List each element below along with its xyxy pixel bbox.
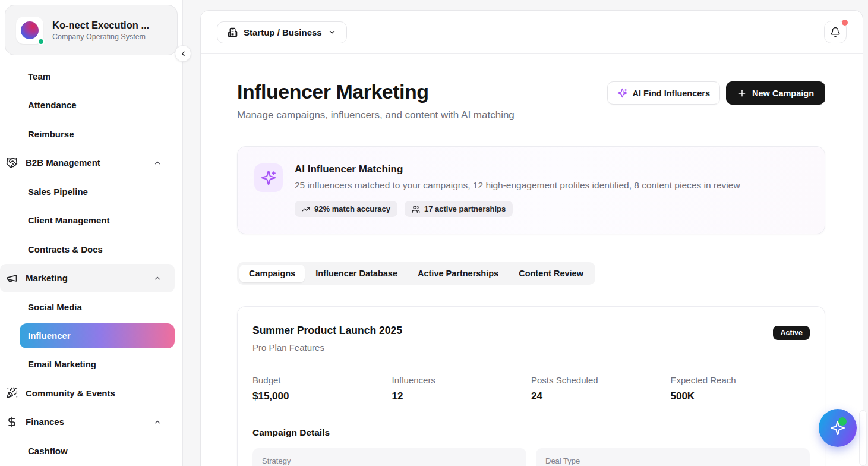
tab-campaigns[interactable]: Campaigns [239, 265, 305, 282]
building-icon [228, 27, 238, 37]
app-title: Ko-nect Execution ... [52, 20, 149, 31]
ai-find-influencers-label: AI Find Influencers [633, 89, 711, 98]
ai-card-badges: 92% match accuracy 17 active partnership… [295, 201, 740, 217]
detail-label: Deal Type [545, 456, 800, 465]
sidebar-section-community-events[interactable]: Community & Events [0, 379, 175, 408]
match-accuracy-badge: 92% match accuracy [295, 201, 397, 217]
sidebar-item-cashflow[interactable]: Cashflow [0, 436, 182, 465]
sidebar-item-label: Email Marketing [28, 359, 96, 369]
logo-gradient-blob [21, 21, 39, 39]
app-subtitle: Company Operating System [52, 33, 149, 41]
sidebar-item-label: Contracts & Docs [28, 244, 103, 254]
sidebar-section-marketing[interactable]: Marketing [0, 264, 175, 293]
workspace-selector[interactable]: Startup / Business [217, 21, 347, 43]
stat-value: 12 [392, 391, 532, 402]
sidebar: Ko-nect Execution ... Company Operating … [0, 0, 183, 466]
workspace-label: Startup / Business [244, 27, 322, 37]
sidebar-item-label: Influencer [28, 330, 71, 341]
sidebar-item-contracts-docs[interactable]: Contracts & Docs [0, 235, 182, 264]
sidebar-item-label: Reimburse [28, 129, 74, 139]
trending-up-icon [302, 205, 310, 213]
chevron-left-icon [179, 50, 187, 58]
campaign-stats: Budget $15,000 Influencers 12 Posts Sche… [252, 375, 810, 402]
notifications-button[interactable] [824, 21, 847, 43]
sidebar-item-label: Marketing [26, 273, 68, 283]
online-status-dot [37, 38, 45, 45]
handshake-icon [6, 157, 18, 169]
campaign-header: Summer Product Launch 2025 Pro Plan Feat… [252, 325, 810, 352]
stat-label: Expected Reach [671, 375, 810, 385]
stat-budget: Budget $15,000 [252, 375, 392, 402]
sidebar-section-finances[interactable]: Finances [0, 408, 175, 437]
sidebar-item-social-media[interactable]: Social Media [0, 292, 182, 322]
badge-label: 17 active partnerships [424, 204, 506, 213]
sidebar-item-influencer-selected[interactable]: Influencer [20, 323, 175, 348]
ai-card-description: 25 influencers matched to your campaigns… [295, 180, 740, 191]
detail-label: Strategy [262, 456, 517, 465]
detail-strategy: Strategy Micro-influencer outreach [252, 448, 526, 466]
sidebar-item-label: B2B Management [26, 158, 100, 168]
workspace-logo-card[interactable]: Ko-nect Execution ... Company Operating … [5, 5, 178, 55]
sidebar-nav: Team Attendance Reimburse B2B Management… [0, 60, 182, 465]
topbar: Startup / Business [201, 11, 863, 54]
sidebar-item-label: Sales Pipeline [28, 187, 88, 197]
stat-posts-scheduled: Posts Scheduled 24 [531, 375, 671, 402]
sidebar-item-label: Community & Events [26, 388, 115, 398]
sidebar-item-label: Attendance [28, 100, 77, 110]
stat-value: 24 [531, 391, 671, 402]
sparkles-icon [617, 88, 627, 98]
stat-label: Budget [252, 375, 392, 385]
sidebar-item-label: Social Media [28, 302, 82, 312]
stat-influencers: Influencers 12 [392, 375, 532, 402]
page-actions: AI Find Influencers New Campaign [607, 81, 825, 105]
party-popper-icon [6, 387, 18, 399]
sidebar-item-sales-pipeline[interactable]: Sales Pipeline [0, 177, 182, 206]
tab-strip: Campaigns Influencer Database Active Par… [237, 262, 595, 285]
sidebar-item-email-marketing[interactable]: Email Marketing [0, 350, 182, 379]
chevron-up-icon [153, 418, 162, 426]
chevron-up-icon [153, 159, 162, 167]
stat-label: Influencers [392, 375, 532, 385]
notification-badge-dot [842, 20, 848, 26]
tab-active-partnerships[interactable]: Active Partnerships [408, 265, 508, 282]
megaphone-icon [6, 272, 18, 284]
active-partnerships-badge: 17 active partnerships [405, 201, 513, 217]
ai-assistant-fab[interactable] [819, 409, 857, 447]
campaign-details: Strategy Micro-influencer outreach Deal … [252, 448, 810, 466]
sidebar-item-label: Cashflow [28, 446, 68, 456]
campaign-card: Summer Product Launch 2025 Pro Plan Feat… [237, 306, 825, 466]
sidebar-collapse-button[interactable] [175, 45, 191, 62]
new-campaign-label: New Campaign [752, 89, 814, 98]
fab-status-dot [838, 417, 847, 426]
new-campaign-button[interactable]: New Campaign [726, 81, 825, 105]
sidebar-item-label: Client Management [28, 215, 110, 225]
scrollbar-thumb[interactable] [859, 410, 867, 466]
chevron-up-icon [153, 274, 162, 282]
sidebar-item-client-management[interactable]: Client Management [0, 206, 182, 235]
stat-expected-reach: Expected Reach 500K [671, 375, 810, 402]
campaign-details-title: Campaign Details [252, 427, 810, 438]
ai-find-influencers-button[interactable]: AI Find Influencers [607, 81, 721, 105]
page-subtitle: Manage campaigns, influencers, and conte… [237, 109, 515, 121]
page-header: Influencer Marketing Manage campaigns, i… [237, 80, 825, 121]
app-logo-icon [16, 17, 43, 44]
sidebar-item-team[interactable]: Team [0, 62, 182, 91]
stat-value: 500K [671, 391, 810, 402]
ai-card-title: AI Influencer Matching [295, 163, 740, 175]
campaign-header-text: Summer Product Launch 2025 Pro Plan Feat… [252, 325, 402, 352]
sidebar-item-label: Finances [26, 417, 64, 427]
page-header-text: Influencer Marketing Manage campaigns, i… [237, 80, 515, 121]
tab-influencer-database[interactable]: Influencer Database [306, 265, 407, 282]
main-panel: Startup / Business Influencer Marketing … [200, 10, 863, 466]
sidebar-item-reimburse[interactable]: Reimburse [0, 119, 182, 149]
chevron-down-icon [328, 28, 336, 36]
dollar-icon [6, 416, 18, 428]
tab-content-review[interactable]: Content Review [509, 265, 593, 282]
sidebar-item-label: Team [28, 71, 50, 81]
sidebar-section-b2b-management[interactable]: B2B Management [0, 149, 175, 178]
bell-icon [830, 27, 841, 37]
users-icon [412, 205, 420, 213]
sidebar-item-attendance[interactable]: Attendance [0, 91, 182, 120]
detail-deal-type: Deal Type Paid Content [536, 448, 810, 466]
campaign-name: Summer Product Launch 2025 [252, 325, 402, 337]
